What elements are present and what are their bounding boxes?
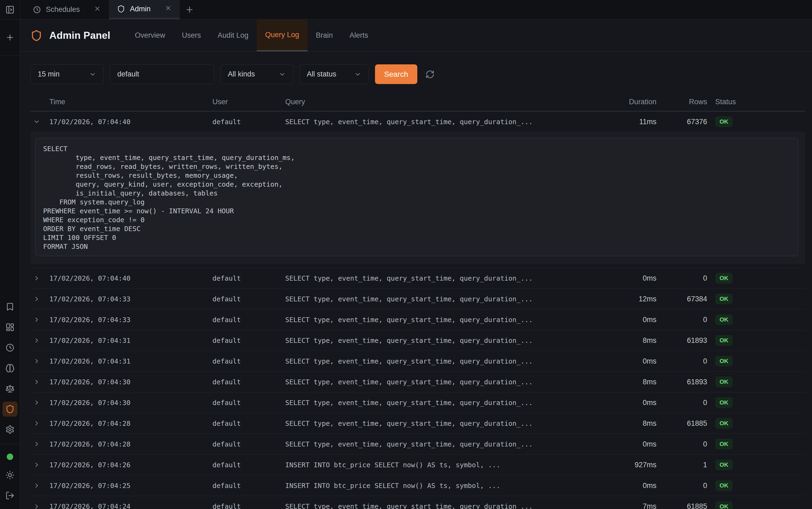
sidebar-item-settings[interactable] — [2, 422, 18, 437]
admin-content: Admin Panel Overview Users Audit Log Que… — [20, 20, 812, 509]
cell-status: OK — [707, 397, 805, 408]
cell-query: SELECT type, event_time, query_start_tim… — [285, 118, 613, 126]
status-badge: OK — [715, 294, 733, 304]
sidebar-item-dashboard[interactable] — [2, 320, 18, 335]
sidebar-item-bookmarks[interactable] — [2, 299, 18, 314]
brain-icon — [5, 364, 14, 373]
cell-duration: 0ms — [613, 316, 656, 324]
cell-time: 17/02/2026, 07:04:33 — [49, 295, 213, 303]
plus-icon — [5, 33, 14, 42]
sidebar-item-brain[interactable] — [2, 361, 18, 376]
table-row[interactable]: 17/02/2026, 07:04:31 default SELECT type… — [30, 330, 805, 351]
cell-time: 17/02/2026, 07:04:30 — [49, 399, 213, 407]
chevron-right-icon[interactable] — [30, 296, 49, 302]
cell-rows: 0 — [656, 481, 707, 490]
theme-toggle-button[interactable] — [2, 468, 18, 483]
icon-sidebar — [0, 0, 20, 509]
sidebar-item-rules[interactable] — [2, 381, 18, 396]
table-row[interactable]: 17/02/2026, 07:04:26 default INSERT INTO… — [30, 454, 805, 475]
cell-duration: 7ms — [613, 502, 656, 509]
new-tab-button[interactable] — [180, 0, 199, 19]
tab-close-button[interactable] — [165, 5, 172, 13]
table-row[interactable]: 17/02/2026, 07:04:28 default SELECT type… — [30, 413, 805, 434]
cell-status: OK — [707, 501, 805, 509]
status-select[interactable]: All status — [300, 64, 369, 84]
sidebar-item-schedules[interactable] — [2, 340, 18, 355]
user-filter-input[interactable] — [110, 64, 214, 84]
chevron-down-icon[interactable] — [30, 118, 49, 125]
cell-duration: 12ms — [613, 295, 656, 303]
time-range-select[interactable]: 15 min — [30, 64, 103, 84]
cell-time: 17/02/2026, 07:04:24 — [49, 503, 213, 509]
column-header-query: Query — [285, 98, 613, 106]
status-badge: OK — [715, 376, 733, 387]
nav-tab-alerts[interactable]: Alerts — [341, 20, 377, 52]
cell-user: default — [213, 440, 285, 448]
cell-status: OK — [707, 314, 805, 325]
nav-tab-query-log[interactable]: Query Log — [257, 20, 307, 52]
chevron-right-icon[interactable] — [30, 378, 49, 385]
table-row[interactable]: 17/02/2026, 07:04:31 default SELECT type… — [30, 351, 805, 372]
table-row[interactable]: 17/02/2026, 07:04:30 default SELECT type… — [30, 372, 805, 393]
cell-time: 17/02/2026, 07:04:31 — [49, 337, 213, 344]
table-row[interactable]: 17/02/2026, 07:04:30 default SELECT type… — [30, 393, 805, 413]
cell-status: OK — [707, 294, 805, 304]
status-badge: OK — [715, 356, 733, 367]
cell-query: SELECT type, event_time, query_start_tim… — [285, 399, 613, 407]
nav-tab-brain[interactable]: Brain — [308, 20, 341, 52]
chevron-right-icon[interactable] — [30, 461, 49, 468]
tab-admin[interactable]: Admin — [109, 0, 180, 19]
cell-time: 17/02/2026, 07:04:33 — [49, 316, 213, 324]
tab-schedules[interactable]: Schedules — [25, 0, 109, 19]
chevron-right-icon[interactable] — [30, 420, 49, 427]
cell-rows: 0 — [656, 399, 707, 407]
chevron-right-icon[interactable] — [30, 399, 49, 406]
tab-close-button[interactable] — [94, 5, 101, 14]
chevron-right-icon[interactable] — [30, 441, 49, 448]
cell-user: default — [213, 316, 285, 324]
cell-rows: 61885 — [656, 419, 707, 428]
cell-query: INSERT INTO btc_price SELECT now() AS ts… — [285, 461, 613, 469]
admin-header: Admin Panel Overview Users Audit Log Que… — [20, 20, 812, 52]
cell-time: 17/02/2026, 07:04:25 — [49, 482, 213, 489]
chevron-right-icon[interactable] — [30, 503, 49, 509]
chevron-right-icon[interactable] — [30, 337, 49, 344]
cell-status: OK — [707, 356, 805, 367]
nav-tab-audit-log[interactable]: Audit Log — [209, 20, 257, 52]
cell-query: SELECT type, event_time, query_start_tim… — [285, 419, 613, 428]
sidebar-add-button[interactable] — [2, 30, 18, 45]
nav-tab-users[interactable]: Users — [174, 20, 210, 52]
status-badge: OK — [715, 480, 733, 491]
column-header-user: User — [213, 98, 285, 106]
chevron-right-icon[interactable] — [30, 358, 49, 365]
cell-rows: 61885 — [656, 502, 707, 509]
sidebar-toggle-button[interactable] — [2, 2, 18, 17]
table-row[interactable]: 17/02/2026, 07:04:33 default SELECT type… — [30, 289, 805, 309]
table-row[interactable]: 17/02/2026, 07:04:33 default SELECT type… — [30, 309, 805, 330]
dashboard-grid-icon — [5, 323, 14, 332]
chevron-down-icon — [354, 71, 361, 78]
status-badge: OK — [715, 314, 733, 325]
status-badge: OK — [715, 439, 733, 449]
table-row[interactable]: 17/02/2026, 07:04:28 default SELECT type… — [30, 434, 805, 454]
table-row[interactable]: 17/02/2026, 07:04:40 default SELECT type… — [30, 268, 805, 289]
kind-select[interactable]: All kinds — [221, 64, 293, 84]
chevron-right-icon[interactable] — [30, 316, 49, 323]
table-row[interactable]: 17/02/2026, 07:04:24 default SELECT type… — [30, 496, 805, 509]
table-row-expanded[interactable]: 17/02/2026, 07:04:40 default SELECT type… — [30, 111, 805, 132]
clock-icon — [5, 343, 14, 352]
refresh-button[interactable] — [426, 70, 435, 79]
cell-query: INSERT INTO btc_price SELECT now() AS ts… — [285, 482, 613, 489]
search-button[interactable]: Search — [375, 64, 417, 84]
sidebar-item-admin[interactable] — [2, 402, 18, 417]
sidebar-newtab-section — [0, 20, 20, 56]
cell-rows: 61893 — [656, 336, 707, 345]
logout-button[interactable] — [2, 488, 18, 503]
cell-rows: 0 — [656, 357, 707, 366]
clock-icon — [33, 6, 41, 14]
kind-value: All kinds — [228, 70, 255, 78]
chevron-right-icon[interactable] — [30, 275, 49, 282]
table-row[interactable]: 17/02/2026, 07:04:25 default INSERT INTO… — [30, 475, 805, 496]
chevron-right-icon[interactable] — [30, 482, 49, 489]
nav-tab-overview[interactable]: Overview — [126, 20, 174, 52]
